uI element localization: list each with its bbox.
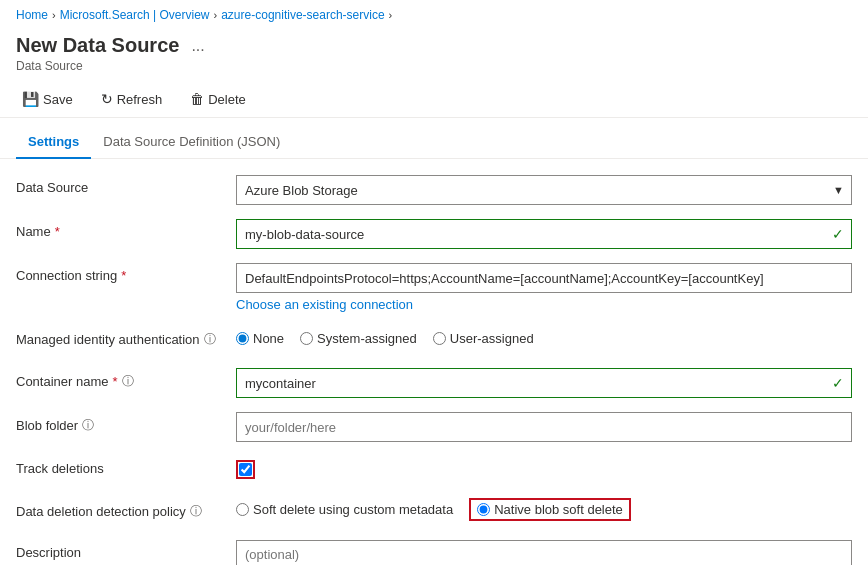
radio-system[interactable]: System-assigned	[300, 331, 417, 346]
managed-identity-radio-group: None System-assigned User-assigned	[236, 326, 852, 346]
managed-identity-info-icon: ⓘ	[204, 331, 216, 348]
managed-identity-control: None System-assigned User-assigned	[236, 326, 852, 346]
save-icon: 💾	[22, 91, 39, 107]
container-input[interactable]	[236, 368, 852, 398]
form-row-deletion-policy: Data deletion detection policy ⓘ Soft de…	[16, 498, 852, 526]
track-deletions-label: Track deletions	[16, 456, 236, 476]
connection-required: *	[121, 268, 126, 283]
form-row-connection: Connection string * Choose an existing c…	[16, 263, 852, 312]
radio-native-blob[interactable]	[477, 503, 490, 516]
form-row-track-deletions: Track deletions	[16, 456, 852, 484]
blob-folder-label: Blob folder ⓘ	[16, 412, 236, 434]
radio-system-label: System-assigned	[317, 331, 417, 346]
deletion-policy-control: Soft delete using custom metadata Native…	[236, 498, 852, 521]
page-title-text: New Data Source	[16, 34, 179, 57]
container-label: Container name * ⓘ	[16, 368, 236, 390]
radio-none[interactable]: None	[236, 331, 284, 346]
save-button[interactable]: 💾 Save	[16, 87, 79, 111]
delete-label: Delete	[208, 92, 246, 107]
description-label: Description	[16, 540, 236, 560]
existing-connection-link[interactable]: Choose an existing connection	[236, 297, 413, 312]
radio-user-label: User-assigned	[450, 331, 534, 346]
radio-soft-delete-custom-label: Soft delete using custom metadata	[253, 502, 453, 517]
data-source-select[interactable]: Azure Blob Storage	[236, 175, 852, 205]
delete-icon: 🗑	[190, 91, 204, 107]
connection-label: Connection string *	[16, 263, 236, 283]
form-row-managed-identity: Managed identity authentication ⓘ None S…	[16, 326, 852, 354]
description-textarea[interactable]	[236, 540, 852, 565]
form-area: Data Source Azure Blob Storage ▼ Name * …	[0, 159, 868, 565]
radio-native-blob-label: Native blob soft delete	[494, 502, 623, 517]
refresh-button[interactable]: ↻ Refresh	[95, 87, 169, 111]
refresh-icon: ↻	[101, 91, 113, 107]
breadcrumb-sep-2: ›	[214, 9, 218, 21]
form-row-container: Container name * ⓘ ✓	[16, 368, 852, 398]
name-required: *	[55, 224, 60, 239]
breadcrumb-service[interactable]: azure-cognitive-search-service	[221, 8, 384, 22]
check-icon: ✓	[832, 226, 844, 242]
container-check-icon: ✓	[832, 375, 844, 391]
blob-folder-input[interactable]	[236, 412, 852, 442]
description-control	[236, 540, 852, 565]
name-label: Name *	[16, 219, 236, 239]
radio-none-label: None	[253, 331, 284, 346]
native-blob-soft-delete-highlight: Native blob soft delete	[469, 498, 631, 521]
toolbar: 💾 Save ↻ Refresh 🗑 Delete	[0, 81, 868, 118]
tab-json[interactable]: Data Source Definition (JSON)	[91, 126, 292, 159]
deletion-policy-info-icon: ⓘ	[190, 503, 202, 520]
breadcrumb-sep-1: ›	[52, 9, 56, 21]
delete-button[interactable]: 🗑 Delete	[184, 87, 252, 111]
save-label: Save	[43, 92, 73, 107]
page-subtitle: Data Source	[16, 59, 852, 73]
breadcrumb: Home › Microsoft.Search | Overview › azu…	[0, 0, 868, 30]
data-source-label: Data Source	[16, 175, 236, 195]
tabs: Settings Data Source Definition (JSON)	[0, 126, 868, 159]
deletion-policy-options: Soft delete using custom metadata Native…	[236, 498, 852, 521]
breadcrumb-search[interactable]: Microsoft.Search | Overview	[60, 8, 210, 22]
form-row-description: Description	[16, 540, 852, 565]
container-info-icon: ⓘ	[122, 373, 134, 390]
container-control: ✓	[236, 368, 852, 398]
name-input[interactable]	[236, 219, 852, 249]
ellipsis-button[interactable]: ...	[187, 37, 208, 55]
track-deletions-checkbox-highlight	[236, 460, 255, 479]
track-deletions-control	[236, 456, 852, 479]
blob-folder-control	[236, 412, 852, 442]
data-source-control: Azure Blob Storage ▼	[236, 175, 852, 205]
breadcrumb-sep-3: ›	[389, 9, 393, 21]
tab-settings[interactable]: Settings	[16, 126, 91, 159]
blob-folder-info-icon: ⓘ	[82, 417, 94, 434]
radio-user[interactable]: User-assigned	[433, 331, 534, 346]
page-header: New Data Source ... Data Source	[0, 30, 868, 81]
form-row-data-source: Data Source Azure Blob Storage ▼	[16, 175, 852, 205]
container-required: *	[113, 374, 118, 389]
radio-soft-delete-custom[interactable]: Soft delete using custom metadata	[236, 502, 453, 517]
refresh-label: Refresh	[117, 92, 163, 107]
form-row-name: Name * ✓	[16, 219, 852, 249]
name-control: ✓	[236, 219, 852, 249]
managed-identity-label: Managed identity authentication ⓘ	[16, 326, 236, 348]
breadcrumb-home[interactable]: Home	[16, 8, 48, 22]
deletion-policy-label: Data deletion detection policy ⓘ	[16, 498, 236, 520]
connection-input[interactable]	[236, 263, 852, 293]
connection-control: Choose an existing connection	[236, 263, 852, 312]
form-row-blob-folder: Blob folder ⓘ	[16, 412, 852, 442]
track-deletions-checkbox[interactable]	[239, 463, 252, 476]
